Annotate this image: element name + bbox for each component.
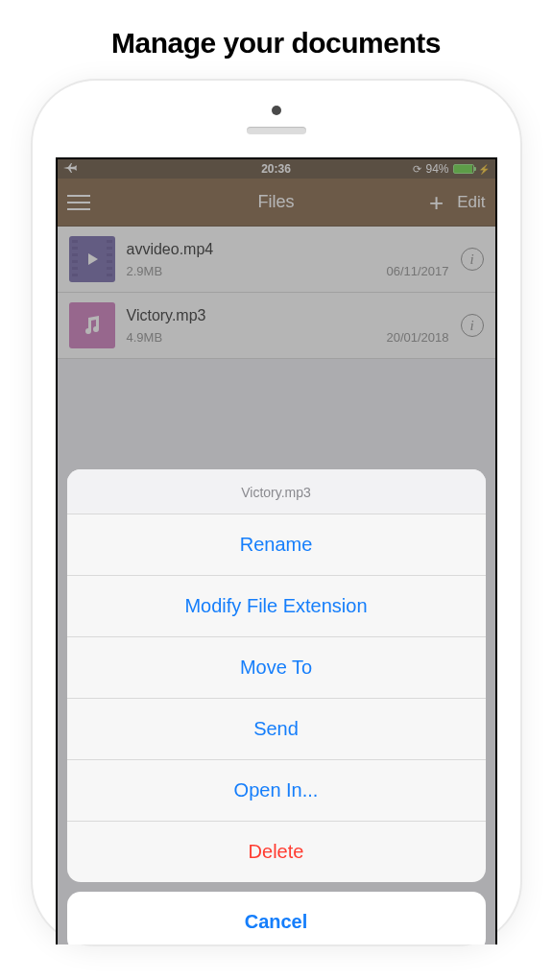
promo-title: Manage your documents — [0, 0, 552, 81]
video-file-icon — [69, 236, 115, 282]
file-size: 2.9MB — [127, 264, 163, 278]
nav-bar: Files + Edit — [58, 179, 495, 227]
action-send[interactable]: Send — [67, 699, 486, 760]
action-sheet-title: Victory.mp3 — [67, 469, 486, 514]
menu-button[interactable] — [67, 195, 90, 210]
action-open-in[interactable]: Open In... — [67, 760, 486, 822]
file-size: 4.9MB — [127, 330, 163, 345]
file-name: avvideo.mp4 — [127, 241, 449, 258]
phone-camera — [272, 106, 281, 115]
app-screen: 20:36 ⟳ 94% ⚡ Files + Edit — [56, 157, 497, 944]
action-rename[interactable]: Rename — [67, 514, 486, 576]
status-bar: 20:36 ⟳ 94% ⚡ — [58, 159, 495, 179]
file-row[interactable]: Victory.mp3 4.9MB 20/01/2018 i — [58, 293, 495, 359]
nav-title: Files — [257, 192, 294, 212]
action-modify-extension[interactable]: Modify File Extension — [67, 576, 486, 637]
battery-percent: 94% — [425, 162, 448, 176]
phone-speaker — [247, 127, 306, 134]
action-cancel[interactable]: Cancel — [67, 892, 486, 944]
file-date: 06/11/2017 — [386, 264, 448, 278]
file-meta: Victory.mp3 4.9MB 20/01/2018 — [127, 307, 449, 345]
action-delete[interactable]: Delete — [67, 822, 486, 882]
status-time: 20:36 — [261, 162, 291, 176]
action-sheet: Victory.mp3 Rename Modify File Extension… — [67, 469, 486, 944]
edit-button[interactable]: Edit — [457, 193, 485, 212]
airplane-mode-icon — [63, 162, 77, 177]
action-move-to[interactable]: Move To — [67, 637, 486, 699]
orientation-lock-icon: ⟳ — [413, 163, 421, 176]
battery-icon — [453, 164, 474, 174]
audio-file-icon — [69, 302, 115, 348]
charging-icon: ⚡ — [478, 164, 490, 175]
file-meta: avvideo.mp4 2.9MB 06/11/2017 — [127, 241, 449, 278]
add-button[interactable]: + — [429, 190, 444, 215]
file-date: 20/01/2018 — [386, 330, 448, 345]
info-button[interactable]: i — [461, 248, 484, 271]
file-list: avvideo.mp4 2.9MB 06/11/2017 i Victory.m… — [58, 227, 495, 359]
file-name: Victory.mp3 — [127, 307, 449, 324]
action-sheet-group: Victory.mp3 Rename Modify File Extension… — [67, 469, 486, 882]
phone-frame: 20:36 ⟳ 94% ⚡ Files + Edit — [33, 81, 520, 944]
info-button[interactable]: i — [461, 314, 484, 337]
file-row[interactable]: avvideo.mp4 2.9MB 06/11/2017 i — [58, 227, 495, 293]
